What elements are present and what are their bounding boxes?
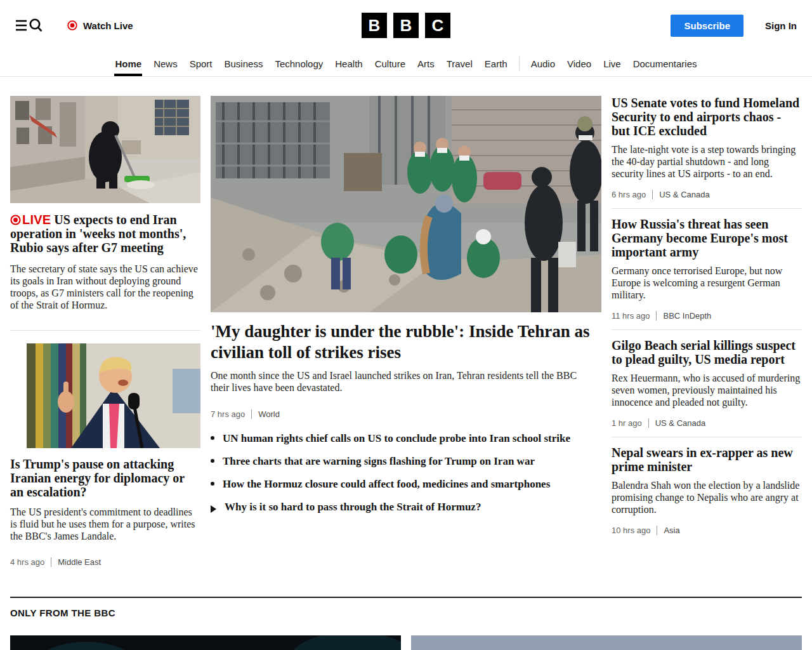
bullet-icon [211,436,214,440]
story-summary: Balendra Shah won the election by a land… [612,479,802,515]
related-video-link[interactable]: Why is it so hard to pass through the St… [211,501,601,514]
section-title: ONLY FROM THE BBC [10,607,802,618]
story-card: Nepal swears in ex-rapper as new prime m… [612,446,802,535]
category-tag: Asia [664,526,679,535]
meta-divider [251,409,252,419]
only-from-the-bbc-section: ONLY FROM THE BBC [10,597,802,650]
story-card: Gilgo Beach serial killings suspect to p… [612,338,802,428]
nav-item-arts[interactable]: Arts [417,51,435,76]
logo-letter: B [362,13,387,38]
play-icon [211,505,216,513]
nav-item-sport[interactable]: Sport [189,51,213,76]
category-tag: World [258,409,280,419]
category-tag: Middle East [58,557,101,567]
bullet-icon [211,482,214,486]
analysis-story-headline[interactable]: Is Trump's pause on attacking Iranian en… [10,457,200,499]
story-divider [612,329,802,330]
live-badge: LIVE [10,213,51,227]
nav-item-live[interactable]: Live [603,51,622,76]
subscribe-button[interactable]: Subscribe [671,15,743,37]
meta-divider [51,557,51,567]
sweeping-rubble-image [10,96,200,203]
watch-live-label: Watch Live [83,20,133,31]
related-story-label: UN human rights chief calls on US to con… [223,432,570,445]
left-column: LIVE US expects to end Iran operation in… [10,96,200,567]
tehran-rescue-image [211,96,601,312]
nav-item-business[interactable]: Business [224,51,264,76]
live-dot-icon [67,20,77,30]
nav-item-video[interactable]: Video [566,51,592,76]
logo-letter: C [425,13,450,38]
story-meta: 10 hrs ago Asia [612,526,802,535]
timestamp: 7 hrs ago [211,409,245,419]
nav-item-news[interactable]: News [153,51,178,76]
blue-gray-still [411,635,802,650]
main-story-meta: 7 hrs ago World [211,409,601,419]
related-story-label: How the Hormuz closure could affect food… [223,478,550,491]
story-headline[interactable]: Nepal swears in ex-rapper as new prime m… [612,446,802,474]
nav-item-audio[interactable]: Audio [530,51,556,76]
nav-item-earth[interactable]: Earth [484,51,508,76]
category-tag: US & Canada [655,418,706,428]
bullet-icon [211,459,214,463]
meta-divider [657,526,657,535]
story-meta: 1 hr ago US & Canada [612,418,802,428]
story-headline[interactable]: Gilgo Beach serial killings suspect to p… [612,338,802,366]
timestamp: 10 hrs ago [612,526,650,535]
menu-and-search-button[interactable] [15,17,44,34]
timestamp: 11 hrs ago [612,311,650,321]
story-summary: Germany once terrorised Europe, but now … [612,265,802,301]
related-story-link[interactable]: How the Hormuz closure could affect food… [211,478,601,491]
story-divider [612,208,802,209]
live-story-summary: The secretary of state says the US can a… [10,263,200,311]
site-header: Watch Live B B C Subscribe Sign In [0,0,812,51]
logo-letter: B [393,13,419,38]
dark-drama-still [10,635,401,650]
nav-item-home[interactable]: Home [114,51,142,76]
story-headline[interactable]: US Senate votes to fund Homeland Securit… [612,96,802,138]
bbc-feature-image-2[interactable] [411,635,802,650]
related-story-label: Three charts that are warning signs flas… [223,455,535,468]
story-meta: 11 hrs ago BBC InDepth [612,311,802,321]
analysis-story-summary: The US president's commitment to deadlin… [10,506,200,542]
analysis-story-image[interactable] [27,343,200,448]
analysis-story-meta: 4 hrs ago Middle East [10,557,200,567]
nav-item-documentaries[interactable]: Documentaries [632,51,698,76]
right-column: US Senate votes to fund Homeland Securit… [612,96,802,567]
story-card: US Senate votes to fund Homeland Securit… [612,96,802,199]
category-tag: US & Canada [659,190,710,199]
meta-divider [652,190,653,199]
nav-item-health[interactable]: Health [334,51,363,76]
story-meta: 6 hrs ago US & Canada [612,190,802,199]
live-dot-icon [10,215,21,225]
related-stories-list: UN human rights chief calls on US to con… [211,432,601,514]
timestamp: 6 hrs ago [612,190,646,199]
primary-nav: Home News Sport Business Technology Heal… [0,51,812,77]
watch-live-link[interactable]: Watch Live [67,20,133,31]
timestamp: 4 hrs ago [10,557,44,567]
related-story-label: Why is it so hard to pass through the St… [225,501,481,514]
bbc-logo[interactable]: B B C [362,13,450,38]
story-card: How Russia's threat has seen Germany bec… [612,217,802,321]
related-story-link[interactable]: UN human rights chief calls on US to con… [211,432,601,445]
bbc-feature-image-1[interactable] [10,635,401,650]
meta-divider [648,418,649,428]
story-divider [612,437,802,437]
live-story-headline[interactable]: LIVE US expects to end Iran operation in… [10,213,200,255]
hamburger-search-icon [15,17,44,34]
live-story-image[interactable] [10,96,200,203]
main-story-headline[interactable]: 'My daughter is under the rubble': Insid… [211,321,601,363]
nav-item-travel[interactable]: Travel [446,51,473,76]
sign-in-link[interactable]: Sign In [765,20,797,31]
section-rule [10,597,802,598]
related-story-link[interactable]: Three charts that are warning signs flas… [211,455,601,468]
nav-item-culture[interactable]: Culture [374,51,406,76]
story-headline[interactable]: How Russia's threat has seen Germany bec… [612,217,802,259]
story-summary: Rex Heuermann, who is accused of murderi… [612,372,802,408]
nav-item-technology[interactable]: Technology [274,51,324,76]
category-tag: BBC InDepth [663,311,711,321]
nav-divider [519,56,520,70]
main-story-image[interactable] [211,96,601,312]
trump-oval-office-image [27,343,200,448]
main-story: 'My daughter is under the rubble': Insid… [211,96,601,567]
